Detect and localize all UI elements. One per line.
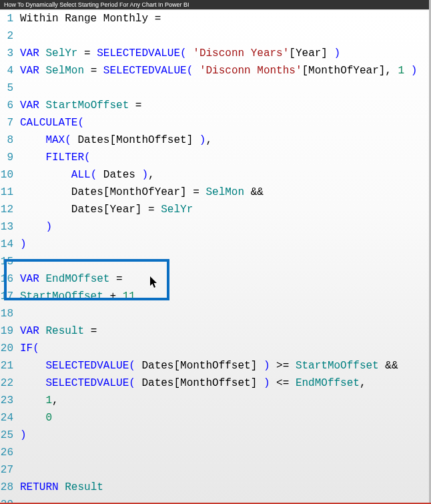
code-line[interactable]: 21 SELECTEDVALUE( Dates[MonthOffset] ) >…	[0, 357, 431, 374]
line-number: 10	[0, 169, 20, 181]
line-number: 13	[0, 221, 20, 233]
code-line[interactable]: 23 1,	[0, 392, 431, 409]
code-content[interactable]: MAX( Dates[MonthOffset] ),	[20, 134, 431, 146]
code-content[interactable]: SELECTEDVALUE( Dates[MonthOffset] ) <= E…	[20, 377, 431, 389]
code-editor[interactable]: 1Within Range Monthly =23VAR SelYr = SEL…	[0, 9, 431, 504]
code-line[interactable]: 17StartMoOffset + 11	[0, 288, 431, 305]
code-content[interactable]: ALL( Dates ),	[20, 169, 431, 181]
line-number: 15	[0, 256, 20, 268]
code-line[interactable]: 6VAR StartMoOffset =	[0, 97, 431, 114]
code-line[interactable]: 15	[0, 253, 431, 270]
code-line[interactable]: 12 Dates[Year] = SelYr	[0, 201, 431, 218]
code-content[interactable]: 1,	[20, 395, 431, 407]
line-number: 2	[0, 30, 20, 42]
line-number: 19	[0, 325, 20, 337]
code-content[interactable]: )	[20, 238, 431, 250]
code-content[interactable]: RETURN Result	[20, 481, 431, 493]
code-line[interactable]: 4VAR SelMon = SELECTEDVALUE( 'Disconn Mo…	[0, 62, 431, 79]
line-number: 20	[0, 342, 20, 354]
line-number: 28	[0, 481, 20, 493]
line-number: 12	[0, 204, 20, 216]
line-number: 5	[0, 82, 20, 94]
code-line[interactable]: 20IF(	[0, 340, 431, 357]
line-number: 18	[0, 308, 20, 320]
line-number: 27	[0, 464, 20, 476]
line-number: 21	[0, 360, 20, 372]
line-number: 4	[0, 65, 20, 77]
code-line[interactable]: 18	[0, 305, 431, 322]
code-line[interactable]: 24 0	[0, 409, 431, 427]
code-content[interactable]: )	[20, 429, 431, 441]
code-content[interactable]: IF(	[20, 342, 431, 354]
line-number: 25	[0, 429, 20, 441]
line-number: 23	[0, 395, 20, 407]
code-content[interactable]: StartMoOffset + 11	[20, 290, 431, 302]
code-line[interactable]: 14)	[0, 236, 431, 253]
code-content[interactable]: 0	[20, 412, 431, 424]
code-content[interactable]: VAR SelYr = SELECTEDVALUE( 'Disconn Year…	[20, 47, 431, 59]
line-number: 3	[0, 47, 20, 59]
code-line[interactable]: 2	[0, 27, 431, 45]
code-content[interactable]: SELECTEDVALUE( Dates[MonthOffset] ) >= S…	[20, 360, 431, 372]
line-number: 17	[0, 290, 20, 302]
line-number: 22	[0, 377, 20, 389]
line-number: 8	[0, 134, 20, 146]
code-content[interactable]: Within Range Monthly =	[20, 13, 431, 25]
window-title-bar: How To Dynamically Select Starting Perio…	[0, 0, 431, 9]
code-line[interactable]: 9 FILTER(	[0, 149, 431, 166]
code-line[interactable]: 22 SELECTEDVALUE( Dates[MonthOffset] ) <…	[0, 374, 431, 392]
line-number: 16	[0, 273, 20, 285]
code-content[interactable]: Dates[MonthOfYear] = SelMon &&	[20, 186, 431, 198]
line-number: 6	[0, 99, 20, 111]
code-line[interactable]: 26	[0, 444, 431, 461]
line-number: 7	[0, 117, 20, 129]
code-line[interactable]: 28RETURN Result	[0, 479, 431, 496]
code-line[interactable]: 10 ALL( Dates ),	[0, 166, 431, 184]
code-line[interactable]: 13 )	[0, 218, 431, 236]
code-content[interactable]: CALCULATE(	[20, 117, 431, 129]
code-content[interactable]: VAR StartMoOffset =	[20, 99, 431, 111]
code-line[interactable]: 27	[0, 461, 431, 479]
code-content[interactable]: Dates[Year] = SelYr	[20, 204, 431, 216]
window-title: How To Dynamically Select Starting Perio…	[4, 1, 189, 8]
line-number: 24	[0, 412, 20, 424]
line-number: 11	[0, 186, 20, 198]
code-line[interactable]: 8 MAX( Dates[MonthOffset] ),	[0, 132, 431, 149]
code-line[interactable]: 25)	[0, 427, 431, 444]
code-line[interactable]: 11 Dates[MonthOfYear] = SelMon &&	[0, 184, 431, 201]
code-content[interactable]: )	[20, 221, 431, 233]
code-line[interactable]: 7CALCULATE(	[0, 114, 431, 132]
code-content[interactable]: VAR Result =	[20, 325, 431, 337]
code-line[interactable]: 3VAR SelYr = SELECTEDVALUE( 'Disconn Yea…	[0, 45, 431, 62]
code-content[interactable]: VAR SelMon = SELECTEDVALUE( 'Disconn Mon…	[20, 65, 431, 77]
line-number: 14	[0, 238, 20, 250]
code-line[interactable]: 5	[0, 79, 431, 97]
line-number: 26	[0, 447, 20, 459]
code-line[interactable]: 16VAR EndMOffset =	[0, 270, 431, 288]
code-line[interactable]: 19VAR Result =	[0, 322, 431, 340]
line-number: 1	[0, 13, 20, 25]
code-content[interactable]: FILTER(	[20, 152, 431, 164]
code-content[interactable]: VAR EndMOffset =	[20, 273, 431, 285]
line-number: 9	[0, 152, 20, 164]
code-line[interactable]: 1Within Range Monthly =	[0, 10, 431, 27]
